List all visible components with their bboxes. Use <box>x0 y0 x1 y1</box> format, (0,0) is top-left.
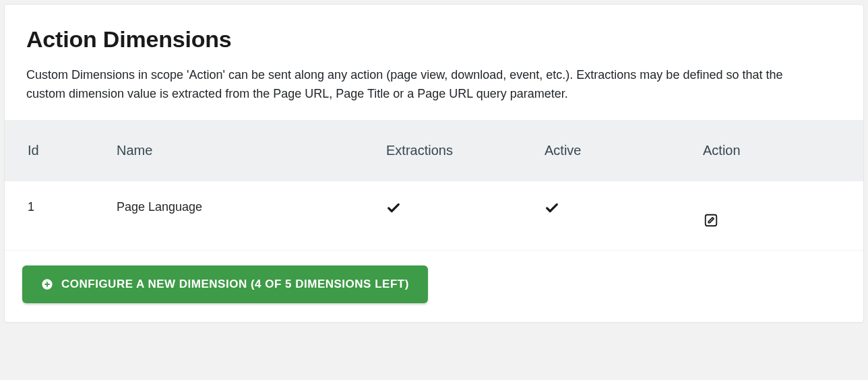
action-dimensions-panel: Action Dimensions Custom Dimensions in s… <box>4 4 864 323</box>
col-header-name: Name <box>106 120 375 181</box>
edit-button[interactable] <box>703 212 719 228</box>
cell-extractions <box>375 181 534 251</box>
table-row: 1 Page Language <box>5 181 863 251</box>
configure-button-label: CONFIGURE A NEW DIMENSION (4 OF 5 DIMENS… <box>61 278 409 291</box>
svg-rect-0 <box>706 215 717 226</box>
check-icon <box>386 200 401 215</box>
panel-footer: CONFIGURE A NEW DIMENSION (4 OF 5 DIMENS… <box>5 251 863 322</box>
check-icon <box>545 200 559 215</box>
cell-id: 1 <box>5 181 106 251</box>
col-header-action: Action <box>692 120 863 181</box>
table-header-row: Id Name Extractions Active Action <box>5 120 863 181</box>
panel-header: Action Dimensions Custom Dimensions in s… <box>5 5 863 120</box>
col-header-active: Active <box>534 120 692 181</box>
cell-name: Page Language <box>106 181 375 251</box>
plus-circle-icon <box>41 278 53 290</box>
page-title: Action Dimensions <box>26 26 842 53</box>
col-header-id: Id <box>5 120 106 181</box>
cell-action <box>692 181 863 251</box>
dimensions-table: Id Name Extractions Active Action 1 Page… <box>5 120 863 251</box>
col-header-extractions: Extractions <box>375 120 534 181</box>
cell-active <box>534 181 692 251</box>
configure-dimension-button[interactable]: CONFIGURE A NEW DIMENSION (4 OF 5 DIMENS… <box>22 265 428 303</box>
page-description: Custom Dimensions in scope 'Action' can … <box>26 66 801 104</box>
